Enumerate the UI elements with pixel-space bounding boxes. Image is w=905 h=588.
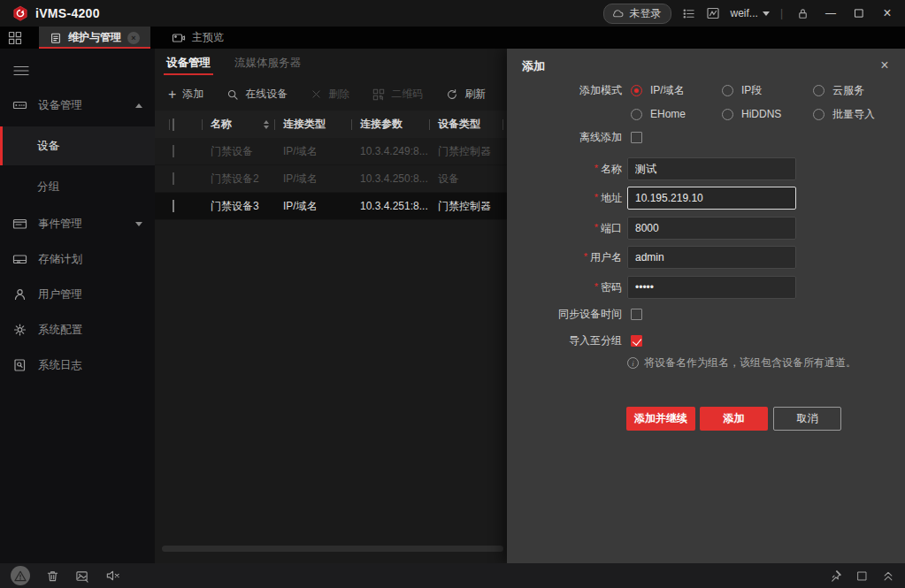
col-dev-type[interactable]: 设备类型 <box>429 117 503 132</box>
login-button[interactable]: 未登录 <box>603 4 671 24</box>
name-input[interactable] <box>627 157 796 180</box>
radio-ip-domain[interactable]: IP/域名 <box>631 83 722 98</box>
sidebar-item-sys-log[interactable]: 系统日志 <box>0 347 155 383</box>
sidebar-item-label: 系统日志 <box>38 358 82 373</box>
tab-close-icon[interactable]: × <box>127 32 140 44</box>
add-button[interactable]: 添加 <box>700 407 768 431</box>
maintenance-icon <box>50 32 62 44</box>
dialog-close-button[interactable]: × <box>876 57 893 74</box>
refresh-button[interactable]: 刷新 <box>446 87 486 102</box>
username-input[interactable] <box>627 246 796 269</box>
col-conn-param[interactable]: 连接参数 <box>351 117 429 132</box>
trash-icon <box>46 569 59 583</box>
user-menu[interactable]: weif... <box>731 7 770 19</box>
chart-icon <box>706 6 720 20</box>
monitor-chart-button[interactable] <box>706 6 720 20</box>
radio-batch-import[interactable]: 批量导入 <box>813 107 904 122</box>
maximize-button[interactable] <box>850 4 868 22</box>
sidebar-item-event-mgmt[interactable]: 事件管理 <box>0 206 155 241</box>
address-input[interactable] <box>627 187 796 210</box>
event-icon <box>12 217 27 231</box>
status-bar <box>0 563 905 588</box>
sidebar-item-label: 分组 <box>37 179 59 195</box>
mute-button[interactable] <box>105 569 120 582</box>
username-label: 用户名 <box>507 250 622 265</box>
add-device-dialog: 添加 × 添加模式 IP/域名 IP段 云服务 EHome <box>507 49 905 563</box>
search-icon <box>226 88 239 101</box>
hamburger-icon <box>12 64 30 78</box>
tab-device-management[interactable]: 设备管理 <box>166 56 211 78</box>
offline-add-checkbox[interactable] <box>631 132 642 143</box>
expand-up-button[interactable] <box>882 570 894 582</box>
alarm-center-button[interactable] <box>11 566 30 585</box>
sidebar-collapse-button[interactable] <box>12 61 35 80</box>
port-input[interactable] <box>627 217 796 240</box>
dialog-title: 添加 <box>522 58 545 74</box>
horizontal-scrollbar[interactable] <box>162 546 503 552</box>
clear-alarm-button[interactable] <box>46 569 59 583</box>
table-row[interactable]: 门禁设备 IP/域名 10.3.4.249:8... 门禁控制器 <box>155 138 507 165</box>
cell-conn-type: IP/域名 <box>274 199 351 214</box>
sidebar-item-group[interactable]: 分组 <box>0 169 155 204</box>
sidebar-item-label: 设备管理 <box>38 98 82 113</box>
tab-stream-server[interactable]: 流媒体服务器 <box>234 56 301 78</box>
radio-label: 云服务 <box>832 83 864 98</box>
refresh-label: 刷新 <box>464 87 486 102</box>
cell-name: 门禁设备2 <box>202 172 274 187</box>
image-icon <box>75 569 89 583</box>
sidebar-item-label: 设备 <box>37 139 59 154</box>
sidebar-item-label: 用户管理 <box>38 287 82 302</box>
cancel-button[interactable]: 取消 <box>773 407 841 431</box>
col-conn-type[interactable]: 连接类型 <box>274 117 351 132</box>
tab-maintenance[interactable]: 维护与管理 × <box>39 27 150 49</box>
sidebar-item-device-mgmt[interactable]: 设备管理 <box>0 88 155 123</box>
storage-icon <box>12 252 27 266</box>
maximize-icon <box>854 8 864 19</box>
table-row[interactable]: 门禁设备3 IP/域名 10.3.4.251:8... 门禁控制器 <box>155 193 507 220</box>
add-label: 添加 <box>182 87 203 102</box>
restore-panel-button[interactable] <box>856 570 868 582</box>
online-device-button[interactable]: 在线设备 <box>226 87 288 102</box>
task-list-icon <box>682 7 695 20</box>
radio-ehome[interactable]: EHome <box>631 108 722 120</box>
radio-hiddns[interactable]: HiDDNS <box>722 108 813 120</box>
add-device-button[interactable]: + 添加 <box>168 87 203 102</box>
x-icon <box>311 88 322 100</box>
sync-time-checkbox[interactable] <box>631 309 642 320</box>
row-checkbox[interactable] <box>169 145 202 157</box>
table-row[interactable]: 门禁设备2 IP/域名 10.3.4.250:8... 设备 <box>155 165 507 193</box>
radio-label: IP段 <box>741 83 762 98</box>
radio-cloud-service[interactable]: 云服务 <box>813 83 904 98</box>
unpin-button[interactable] <box>829 569 842 583</box>
qrcode-button[interactable]: 二维码 <box>372 87 423 102</box>
task-list-button[interactable] <box>682 7 695 20</box>
cloud-icon <box>611 7 625 20</box>
select-all-checkbox[interactable] <box>169 118 202 131</box>
sort-icon[interactable] <box>264 120 269 129</box>
import-group-checkbox[interactable] <box>631 335 642 347</box>
sidebar-item-storage-plan[interactable]: 存储计划 <box>0 241 155 277</box>
add-and-continue-button[interactable]: 添加并继续 <box>626 407 695 431</box>
modules-grid-button[interactable] <box>0 27 30 49</box>
col-name[interactable]: 名称 <box>202 117 274 132</box>
snapshot-button[interactable] <box>75 569 89 583</box>
password-input[interactable] <box>627 276 796 299</box>
sync-time-label: 同步设备时间 <box>507 307 622 322</box>
titlebar-separator: | <box>780 7 783 19</box>
sidebar-item-user-mgmt[interactable]: 用户管理 <box>0 277 155 312</box>
row-checkbox[interactable] <box>169 172 202 185</box>
user-name: weif... <box>731 7 758 19</box>
radio-ip-segment[interactable]: IP段 <box>722 83 813 98</box>
row-checkbox[interactable] <box>169 200 202 212</box>
minimize-button[interactable]: — <box>822 4 840 22</box>
cell-conn-param: 10.3.4.250:8... <box>351 172 429 185</box>
sidebar: 设备管理 设备 分组 事件管理 存储计划 用户管理 系统配置 系统日志 <box>0 49 155 563</box>
radio-icon <box>722 109 733 120</box>
sidebar-item-device[interactable]: 设备 <box>0 126 155 165</box>
tab-main-preview[interactable]: 主预览 <box>163 27 233 49</box>
lock-button[interactable] <box>794 4 811 22</box>
sidebar-item-sys-config[interactable]: 系统配置 <box>0 312 155 347</box>
user-icon <box>12 287 27 302</box>
close-window-button[interactable]: × <box>878 4 896 22</box>
delete-device-button[interactable]: 删除 <box>311 87 349 102</box>
